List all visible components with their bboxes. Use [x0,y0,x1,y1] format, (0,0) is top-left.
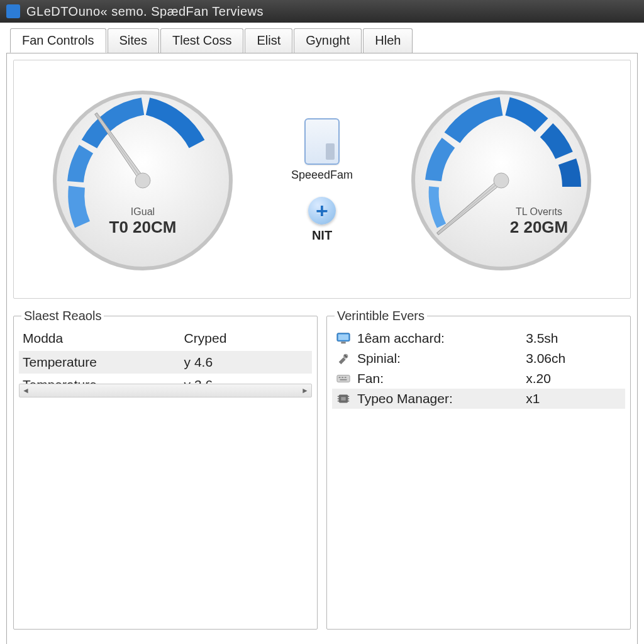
svg-rect-7 [338,335,349,340]
svg-point-5 [494,173,509,188]
keyboard-icon [336,372,351,386]
titlebar: GLeDTOuno« semo. SpædFan Terviews [0,0,644,23]
svg-rect-8 [341,342,345,344]
tab-fan-controls[interactable]: Fan Controls [10,28,106,53]
evers-row2-label: Spinial: [357,351,519,366]
panel-verintible-evers-title: Verintible Evers [335,309,427,323]
evers-row4-value: x1 [526,391,621,406]
tower-icon [304,118,340,165]
center-item-nit-label: NIT [312,228,332,243]
app-icon [6,4,20,18]
evers-row2-value: 3.06ch [526,351,621,366]
svg-point-2 [135,173,150,188]
panel-verintible-evers: Verintible Evers 1êam acchard: 3.5sh Spi… [326,309,631,630]
center-item-speedfam-label: SpeeedFam [291,169,353,182]
panel-slaest-reaols: Slaest Reaols Modda Cryped Temperature y… [13,309,318,630]
svg-rect-13 [345,377,347,378]
tool-icon [336,352,351,365]
tab-gynight[interactable]: Gynıght [294,28,362,53]
svg-rect-14 [340,379,347,380]
center-column: SpeeedFam + NIT [291,118,353,243]
tab-hleh[interactable]: Hleh [363,28,413,53]
tab-sites[interactable]: Sites [108,28,159,53]
gauge-right-sub: TL Overıts [482,206,596,218]
svg-rect-11 [339,377,341,378]
plus-icon: + [308,197,336,225]
table-row[interactable]: Temperature y 4.6 [19,351,312,374]
reaols-row1-c1: Temperature [23,355,184,370]
chip-icon [336,392,351,406]
svg-rect-10 [337,375,350,382]
tab-strip: Fan Controls Sites Tlest Coss Elist Gynı… [10,28,638,53]
gauge-right-value: 2 20GM [482,218,596,237]
gauge-left: IGual T0 20CM [48,86,237,275]
list-item[interactable]: Typeo Manager: x1 [332,389,625,409]
scroll-right-arrow-icon[interactable]: ► [299,386,311,395]
reaols-header: Modda Cryped [19,328,312,351]
svg-rect-16 [341,397,345,401]
list-item[interactable]: Fan: x.20 [332,369,625,389]
gauge-right-labels: TL Overıts 2 20GM [482,206,596,237]
tab-panel: IGual T0 20CM SpeeedFam + NIT [6,53,638,644]
tab-tlest-coss[interactable]: Tlest Coss [160,28,243,53]
gauge-left-labels: IGual T0 20CM [48,206,237,237]
evers-row3-value: x.20 [526,371,621,386]
horizontal-scrollbar[interactable]: ◄ ► [19,384,312,397]
center-item-nit[interactable]: + NIT [308,197,336,243]
panel-slaest-reaols-title: Slaest Reaols [21,309,104,323]
svg-rect-12 [341,377,343,378]
monitor-icon [336,331,351,345]
gauge-left-sub: IGual [48,206,237,218]
reaols-col-cryped[interactable]: Cryped [184,331,308,346]
gauge-right: TL Overıts 2 20GM [407,86,596,275]
reaols-row1-c2: y 4.6 [184,355,308,370]
gauge-left-value: T0 20CM [48,218,237,237]
evers-row4-label: Typeo Manager: [357,391,519,406]
list-item[interactable]: Spinial: 3.06ch [332,348,625,369]
lower-panels: Slaest Reaols Modda Cryped Temperature y… [13,309,631,630]
reaols-col-modda[interactable]: Modda [23,331,184,346]
content-area: Fan Controls Sites Tlest Coss Elist Gynı… [0,23,644,644]
window-title: GLeDTOuno« semo. SpædFan Terviews [26,4,264,19]
list-item[interactable]: 1êam acchard: 3.5sh [332,328,625,348]
evers-row3-label: Fan: [357,371,519,386]
evers-row1-value: 3.5sh [526,331,621,346]
evers-row1-label: 1êam acchard: [357,331,519,346]
center-item-speedfam[interactable]: SpeeedFam [291,118,353,182]
tab-elist[interactable]: Elist [245,28,292,53]
gauge-box: IGual T0 20CM SpeeedFam + NIT [13,60,631,299]
scroll-left-arrow-icon[interactable]: ◄ [19,386,32,395]
